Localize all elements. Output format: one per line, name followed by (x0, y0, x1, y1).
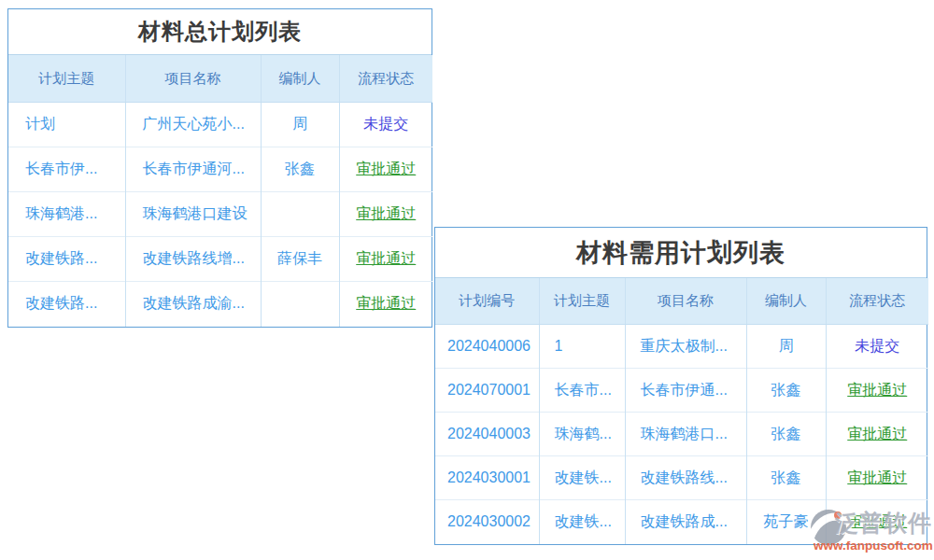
column-header: 计划主题 (8, 55, 125, 103)
cell-text: 计划 (25, 116, 55, 132)
material-total-plan-table: 材料总计划列表 计划主题项目名称编制人流程状态 计划广州天心苑小...周未提交长… (7, 8, 432, 328)
table-row[interactable]: 2024070001长春市...长春市伊通...张鑫审批通过 (435, 369, 928, 413)
cell-text: 改建铁路成... (641, 513, 728, 529)
status-approved-link[interactable]: 审批通过 (356, 250, 416, 266)
cell-text: 改建铁路成渝... (143, 295, 245, 311)
table-row[interactable]: 珠海鹤港...珠海鹤港口建设审批通过 (8, 192, 432, 237)
status-approved-link[interactable]: 审批通过 (356, 205, 416, 221)
cell-text: 改建铁... (555, 513, 612, 529)
cell-text: 长春市伊... (25, 161, 97, 176)
table-row[interactable]: 20240400061重庆太极制...周未提交 (435, 325, 928, 369)
cell-text: 长春市伊通... (641, 382, 728, 398)
cell-text: 周 (292, 116, 307, 132)
cell-text: 张鑫 (771, 382, 801, 398)
cell-text: 珠海鹤港口... (641, 426, 728, 441)
column-header: 项目名称 (625, 278, 746, 325)
cell-text: 2024040003 (447, 426, 531, 441)
column-header: 计划主题 (539, 278, 625, 325)
status-pending-link: 未提交 (363, 116, 408, 132)
table-row[interactable]: 2024030002改建铁...改建铁路成...苑子豪审批通过 (435, 500, 928, 544)
table-row[interactable]: 长春市伊...长春市伊通河...张鑫审批通过 (8, 147, 432, 192)
table-row[interactable]: 改建铁路...改建铁路线增...薛保丰审批通过 (8, 237, 432, 282)
cell-text: 苑子豪 (764, 513, 809, 529)
cell-text: 重庆太极制... (641, 338, 728, 354)
table-header-row: 计划主题项目名称编制人流程状态 (8, 55, 432, 103)
cell-text: 2024040006 (447, 338, 531, 354)
cell-text: 长春市伊通河... (143, 161, 245, 176)
cell-text: 长春市... (555, 382, 612, 398)
column-header: 项目名称 (125, 55, 261, 103)
status-approved-link[interactable]: 审批通过 (847, 382, 907, 398)
cell-text: 周 (779, 338, 794, 354)
cell-text: 珠海鹤港... (25, 205, 97, 221)
status-approved-link[interactable]: 审批通过 (847, 513, 907, 529)
status-pending-link: 未提交 (855, 338, 899, 354)
cell-text: 薛保丰 (277, 250, 322, 266)
cell-text: 2024030002 (447, 513, 531, 529)
column-header: 编制人 (746, 278, 826, 325)
material-requirement-plan-table: 材料需用计划列表 计划编号计划主题项目名称编制人流程状态 20240400061… (434, 227, 927, 545)
column-header: 流程状态 (826, 278, 928, 325)
table-title: 材料总计划列表 (8, 9, 432, 55)
table-row[interactable]: 改建铁路...改建铁路成渝...审批通过 (8, 282, 432, 327)
table-row[interactable]: 计划广州天心苑小...周未提交 (8, 103, 432, 147)
table-row[interactable]: 2024030001改建铁...改建铁路线...张鑫审批通过 (435, 456, 928, 500)
status-approved-link[interactable]: 审批通过 (847, 426, 907, 441)
table-row[interactable]: 2024040003珠海鹤...珠海鹤港口...张鑫审批通过 (435, 413, 928, 456)
table-header-row: 计划编号计划主题项目名称编制人流程状态 (435, 278, 928, 325)
cell-text: 改建铁路线增... (143, 250, 245, 266)
cell-text: 珠海鹤... (555, 426, 612, 441)
cell-text: 1 (555, 338, 563, 354)
cell-text: 2024070001 (447, 382, 531, 398)
cell-text: 改建铁路... (25, 295, 97, 311)
cell-text: 改建铁... (555, 469, 612, 485)
cell-text: 改建铁路线... (641, 469, 728, 485)
page: { "colors": { "accent_blue": "#3e9ae8", … (0, 0, 934, 560)
column-header: 编制人 (261, 55, 339, 103)
cell-text: 珠海鹤港口建设 (143, 205, 248, 221)
cell-text: 张鑫 (771, 426, 801, 441)
column-header: 流程状态 (339, 55, 432, 103)
column-header: 计划编号 (435, 278, 539, 325)
status-approved-link[interactable]: 审批通过 (356, 161, 416, 176)
cell-text: 广州天心苑小... (143, 116, 245, 132)
cell-text: 改建铁路... (25, 250, 97, 266)
cell-text: 张鑫 (285, 161, 315, 176)
table-title: 材料需用计划列表 (435, 228, 927, 278)
cell-text: 2024030001 (447, 469, 531, 485)
status-approved-link[interactable]: 审批通过 (847, 469, 907, 485)
status-approved-link[interactable]: 审批通过 (356, 295, 416, 311)
cell-text: 张鑫 (771, 469, 801, 485)
